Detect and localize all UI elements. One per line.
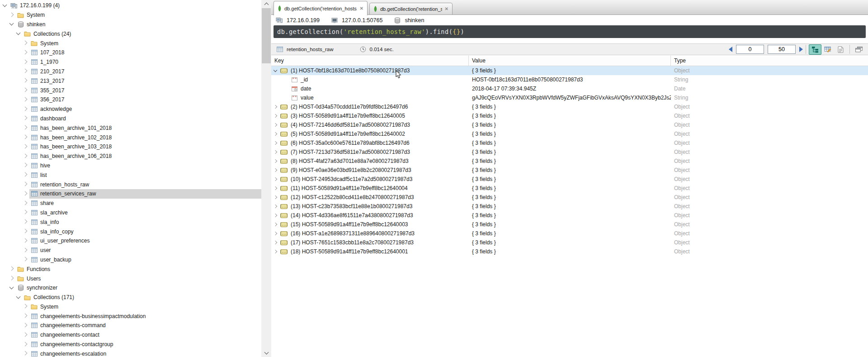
chevron-down-icon[interactable] bbox=[16, 31, 21, 35]
tree-item-172-16-0-199-4-[interactable]: 172.16.0.199 (4) bbox=[0, 1, 261, 10]
chevron-down-icon[interactable] bbox=[3, 2, 7, 7]
chevron-right-icon[interactable] bbox=[23, 78, 28, 83]
chevron-right-icon[interactable] bbox=[23, 257, 28, 262]
document-row[interactable]: {..}(5) HOST-50589d91a4ff11e7b9eff8bc126… bbox=[271, 129, 868, 138]
document-row[interactable]: {..}(9) HOST-e0ae36e03bd911e8b2c20800271… bbox=[271, 166, 868, 175]
tree-item-system[interactable]: System bbox=[0, 10, 261, 20]
previous-page-icon[interactable] bbox=[729, 47, 732, 52]
tree-item-functions[interactable]: Functions bbox=[0, 264, 261, 274]
document-row[interactable]: {..}(13) HOST-c23b73583bcf11e88e1b080027… bbox=[271, 202, 868, 211]
tree-item-sla-info[interactable]: sla_info bbox=[0, 217, 261, 227]
tree-item-changeelements-escalation[interactable]: changeelements-escalation bbox=[0, 349, 261, 357]
tree-item-shinken[interactable]: shinken bbox=[0, 20, 261, 29]
chevron-right-icon[interactable] bbox=[23, 191, 28, 195]
tree-item-synchronizer[interactable]: synchronizer bbox=[0, 283, 261, 293]
chevron-right-icon[interactable] bbox=[274, 168, 277, 172]
chevron-right-icon[interactable] bbox=[9, 267, 14, 271]
tree-item-user[interactable]: user bbox=[0, 246, 261, 255]
table-view-button[interactable] bbox=[821, 44, 834, 55]
tree-item-collections-171-[interactable]: Collections (171) bbox=[0, 293, 261, 302]
chevron-right-icon[interactable] bbox=[274, 223, 277, 226]
document-row[interactable]: {..}(1) HOST-0bf18c163d7011e8b0750800271… bbox=[271, 66, 868, 75]
tree-item-retention-services-raw[interactable]: retention_services_raw bbox=[0, 189, 261, 199]
document-row[interactable]: {..}(2) HOST-0d34a570cddd11e7b9fdf8bc126… bbox=[271, 102, 868, 111]
chevron-right-icon[interactable] bbox=[23, 125, 28, 130]
tree-item-system[interactable]: System bbox=[0, 302, 261, 312]
chevron-right-icon[interactable] bbox=[274, 159, 277, 163]
column-header-type[interactable]: Type bbox=[671, 56, 868, 66]
document-row[interactable]: {..}(8) HOST-4faf27a63d7011e88a7e0800271… bbox=[271, 157, 868, 166]
query-editor[interactable]: db.getCollection('retention_hosts_raw').… bbox=[274, 25, 866, 38]
document-row[interactable]: {..}(6) HOST-35a0c600e57611e789abf8bc126… bbox=[271, 138, 868, 148]
chevron-right-icon[interactable] bbox=[23, 50, 28, 54]
chevron-right-icon[interactable] bbox=[23, 106, 28, 111]
chevron-right-icon[interactable] bbox=[23, 304, 28, 309]
tree-item-has-been-archive-102-2018[interactable]: has_been_archive_102_2018 bbox=[0, 133, 261, 142]
document-row[interactable]: {..}(11) HOST-50589d91a4ff11e7b9eff8bc12… bbox=[271, 184, 868, 193]
chevron-right-icon[interactable] bbox=[274, 177, 277, 181]
scrollbar-up-icon[interactable] bbox=[261, 0, 271, 8]
field-row[interactable]: date2018-04-17 07:39:34.945ZDate bbox=[271, 84, 868, 93]
tree-item-213-2017[interactable]: 213_2017 bbox=[0, 76, 261, 86]
chevron-right-icon[interactable] bbox=[23, 314, 28, 318]
chevron-right-icon[interactable] bbox=[23, 59, 28, 64]
text-view-button[interactable] bbox=[834, 44, 847, 55]
tree-item-107-2018[interactable]: 107_2018 bbox=[0, 48, 261, 57]
chevron-down-icon[interactable] bbox=[274, 68, 277, 71]
chevron-right-icon[interactable] bbox=[274, 195, 277, 199]
tree-item-1-1970[interactable]: 1_1970 bbox=[0, 57, 261, 67]
document-row[interactable]: {..}(16) HOST-a1e26898371311e88964080027… bbox=[271, 229, 868, 238]
tree-item-hive[interactable]: hive bbox=[0, 161, 261, 171]
chevron-right-icon[interactable] bbox=[9, 12, 14, 17]
column-header-key[interactable]: Key bbox=[271, 56, 469, 66]
tree-item-355-2017[interactable]: 355_2017 bbox=[0, 86, 261, 95]
tree-item-users[interactable]: Users bbox=[0, 274, 261, 283]
chevron-right-icon[interactable] bbox=[274, 214, 277, 217]
chevron-right-icon[interactable] bbox=[23, 342, 28, 346]
chevron-right-icon[interactable] bbox=[23, 229, 28, 233]
chevron-down-icon[interactable] bbox=[16, 294, 21, 299]
chevron-right-icon[interactable] bbox=[274, 141, 277, 145]
next-page-icon[interactable] bbox=[799, 47, 803, 52]
chevron-right-icon[interactable] bbox=[23, 172, 28, 177]
close-icon[interactable]: ✕ bbox=[360, 6, 363, 11]
chevron-down-icon[interactable] bbox=[9, 285, 14, 289]
tree-item-user-backup[interactable]: user_backup bbox=[0, 255, 261, 265]
tree-item-share[interactable]: share bbox=[0, 199, 261, 208]
chevron-right-icon[interactable] bbox=[23, 210, 28, 214]
tree-item-collections-24-[interactable]: Collections (24) bbox=[0, 29, 261, 38]
tree-view-button[interactable] bbox=[809, 44, 821, 55]
field-row[interactable]: ""_idHOST-0bf18c163d7011e8b0750800271987… bbox=[271, 75, 868, 84]
chevron-right-icon[interactable] bbox=[23, 144, 28, 148]
chevron-right-icon[interactable] bbox=[274, 123, 277, 127]
chevron-right-icon[interactable] bbox=[23, 97, 28, 101]
tree-item-acknowledge[interactable]: acknowledge bbox=[0, 105, 261, 114]
chevron-right-icon[interactable] bbox=[274, 250, 277, 253]
document-row[interactable]: {..}(18) HOST-50589d91a4ff11e7b9eff8bc12… bbox=[271, 247, 868, 256]
tab-1[interactable]: db.getCollection('retention_hosts...✕ bbox=[274, 1, 368, 15]
chevron-right-icon[interactable] bbox=[23, 351, 28, 356]
document-row[interactable]: {..}(10) HOST-24953dcadf5c11e7a2d5080027… bbox=[271, 175, 868, 184]
chevron-right-icon[interactable] bbox=[274, 232, 277, 235]
chevron-right-icon[interactable] bbox=[274, 150, 277, 154]
tree-item-system[interactable]: System bbox=[0, 38, 261, 48]
chevron-down-icon[interactable] bbox=[9, 21, 14, 26]
scrollbar-down-icon[interactable] bbox=[261, 349, 271, 357]
field-row[interactable]: ""valuegAJ9cQEoVRVsYXN0X3RpbWVfdW5yZWFja… bbox=[271, 93, 868, 102]
column-header-value[interactable]: Value bbox=[469, 56, 671, 66]
document-row[interactable]: {..}(17) HOST-7651c1583cbb11e8a2c7080027… bbox=[271, 238, 868, 247]
tree-item-changeelements-contact[interactable]: changeelements-contact bbox=[0, 330, 261, 340]
chevron-right-icon[interactable] bbox=[23, 219, 28, 224]
document-row[interactable]: {..}(14) HOST-4d336ae8f61511e7a438080027… bbox=[271, 211, 868, 220]
tree-item-list[interactable]: list bbox=[0, 170, 261, 180]
chevron-right-icon[interactable] bbox=[23, 163, 28, 167]
chevron-right-icon[interactable] bbox=[23, 41, 28, 45]
tree-item-210-2017[interactable]: 210_2017 bbox=[0, 67, 261, 76]
chevron-right-icon[interactable] bbox=[23, 238, 28, 243]
tree-item-has-been-archive-106-2018[interactable]: has_been_archive_106_2018 bbox=[0, 152, 261, 161]
tree-item-sla-info-copy[interactable]: sla_info_copy bbox=[0, 227, 261, 236]
chevron-right-icon[interactable] bbox=[23, 88, 28, 92]
document-row[interactable]: {..}(4) HOST-72146dd6df5811e7ad500800271… bbox=[271, 120, 868, 129]
chevron-right-icon[interactable] bbox=[23, 135, 28, 139]
document-row[interactable]: {..}(15) HOST-50589d91a4ff11e7b9eff8bc12… bbox=[271, 220, 868, 229]
